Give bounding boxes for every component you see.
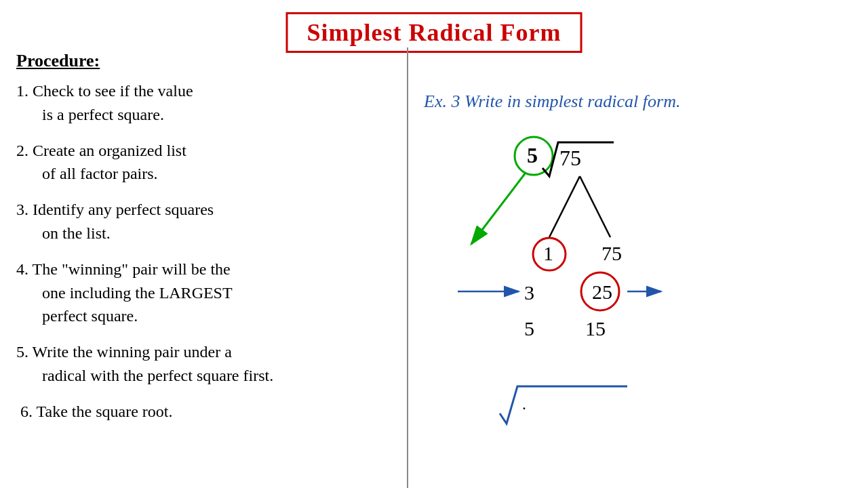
step-3-line2: on the list.: [16, 224, 111, 242]
step-1-line2: is a perfect square.: [16, 106, 164, 123]
svg-text:15: 15: [585, 317, 606, 340]
svg-line-4: [471, 173, 526, 244]
step-5: 5. Write the winning pair under a radica…: [16, 340, 403, 388]
divider: [407, 47, 408, 488]
page-title: Simplest Radical Form: [307, 19, 561, 46]
step-2: 2. Create an organized list of all facto…: [16, 139, 403, 186]
svg-text:3: 3: [524, 281, 534, 304]
step-1: 1. Check to see if the value is a perfec…: [16, 79, 403, 127]
svg-text:1: 1: [543, 242, 553, 264]
svg-text:5: 5: [527, 143, 538, 167]
step-4: 4. The "winning" pair will be the one in…: [16, 258, 403, 328]
svg-text:5: 5: [524, 317, 534, 340]
left-panel: Procedure: 1. Check to see if the value …: [16, 51, 403, 436]
step-5-line1: 5. Write the winning pair under a: [16, 343, 232, 361]
step-4-line3: perfect square.: [16, 307, 138, 325]
step-1-number: 1. Check to see if the value: [16, 82, 193, 100]
svg-text:75: 75: [559, 146, 581, 170]
svg-text:75: 75: [601, 242, 622, 264]
step-3-number: 3. Identify any perfect squares: [16, 201, 214, 218]
title-box: Simplest Radical Form: [286, 12, 583, 53]
step-4-line1: 4. The "winning" pair will be the: [16, 260, 231, 278]
procedure-heading: Procedure:: [16, 51, 403, 71]
diagram-area: Ex. 3 Write in simplest radical form. 5 …: [417, 81, 858, 474]
svg-text:25: 25: [592, 281, 612, 303]
step-4-line2: one including the LARGEST: [16, 284, 233, 302]
step-5-line2: radical with the perfect square first.: [16, 367, 273, 384]
step-6: 6. Take the square root.: [16, 400, 403, 424]
svg-text:·: ·: [522, 399, 526, 417]
step-2-line2: of all factor pairs.: [16, 165, 158, 182]
step-2-number: 2. Create an organized list: [16, 142, 186, 159]
svg-line-5: [549, 176, 580, 237]
step-3: 3. Identify any perfect squares on the l…: [16, 198, 403, 245]
step-6-line1: 6. Take the square root.: [16, 403, 172, 420]
svg-text:Ex. 3  Write in simplest radic: Ex. 3 Write in simplest radical form.: [423, 92, 680, 111]
svg-line-6: [580, 176, 610, 237]
